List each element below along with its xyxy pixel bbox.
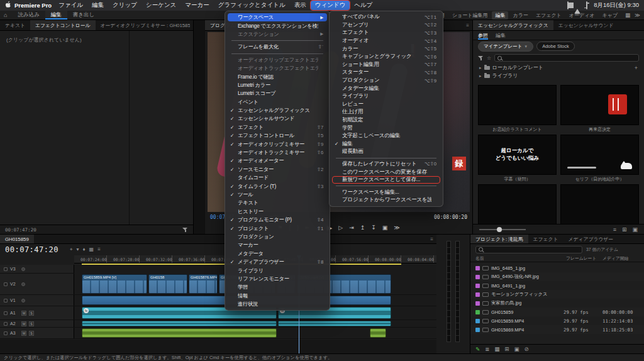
- track-header-a2[interactable]: A2 M S: [0, 320, 74, 327]
- workspace-button[interactable]: キャプ: [599, 11, 621, 19]
- menu-item[interactable]: [228, 52, 327, 56]
- panel-menu-icon[interactable]: ≡: [463, 20, 472, 30]
- template-source-button[interactable]: マイテンプレート▼: [478, 42, 533, 52]
- track-header-v2[interactable]: V2: [0, 274, 74, 294]
- marker-icon[interactable]: ♦: [83, 247, 86, 253]
- menu-item[interactable]: Exchange でエクステンションを検索...: [228, 21, 327, 30]
- workspace-button[interactable]: カラー: [509, 11, 531, 19]
- menu-bar-item[interactable]: ファイル: [54, 1, 87, 10]
- 実家前の鳥.jpg[interactable]: 実家前の鳥.jpg: [470, 299, 644, 308]
- new-item-icon[interactable]: ▣: [514, 346, 519, 352]
- menu-item[interactable]: ✓ エッセンシャルサウンド: [228, 114, 327, 123]
- lock-icon[interactable]: [4, 282, 8, 286]
- menu-item[interactable]: オーディオトラックミキサー ⇧6: [228, 148, 327, 157]
- menu-item[interactable]: このワークスペースへの変更を保存: [332, 168, 440, 176]
- menu-item[interactable]: ✓ ツール: [228, 191, 327, 199]
- menu-item[interactable]: メタデータ: [228, 250, 327, 258]
- add-icon[interactable]: +: [635, 65, 638, 71]
- template-search-box[interactable]: [494, 54, 639, 62]
- template-search-input[interactable]: [505, 55, 636, 61]
- menu-item[interactable]: リファレンスモニター: [228, 275, 327, 283]
- template-tree-item[interactable]: ▸ ローカルテンプレート +: [473, 64, 644, 72]
- mute-toggle[interactable]: M: [21, 321, 26, 326]
- menu-item[interactable]: ワークスペースを編集...: [332, 188, 440, 196]
- eg-subtab[interactable]: 編集: [496, 31, 506, 40]
- menu-item[interactable]: 情報: [228, 292, 327, 300]
- music-clip[interactable]: [82, 328, 277, 338]
- menu-item[interactable]: ライブラリ: [228, 266, 327, 274]
- menu-item[interactable]: ✓ プログラムモニター (P) ⇧4: [228, 216, 327, 224]
- column-name[interactable]: 名前: [475, 255, 566, 262]
- template-tree-item[interactable]: ▸ ライブラリ: [473, 72, 644, 80]
- menu-item[interactable]: メタデータ編集: [332, 84, 440, 92]
- workspace-button[interactable]: ショート編集用: [449, 11, 491, 19]
- menu-item[interactable]: ✓ プロジェクト ⇧1: [228, 224, 327, 232]
- home-icon[interactable]: ⌂: [4, 12, 7, 18]
- project-search-box[interactable]: [475, 246, 582, 253]
- track-output-toggle-icon[interactable]: [21, 299, 25, 303]
- template-thumbnail[interactable]: [560, 184, 639, 224]
- panel-tab[interactable]: エフェクト: [528, 235, 564, 243]
- menu-item[interactable]: 仕上げ用: [332, 108, 440, 116]
- thumbnail-size-slider[interactable]: [479, 229, 526, 230]
- mute-toggle[interactable]: M: [21, 331, 26, 336]
- template-tile[interactable]: セリフ（目的地紹介中）: [560, 135, 639, 182]
- template-tile[interactable]: [560, 184, 639, 224]
- menu-bar-item[interactable]: グラフィックとタイトル: [214, 1, 290, 10]
- button-editor-icon[interactable]: ≫: [394, 225, 399, 231]
- header-tab[interactable]: 編集: [45, 11, 67, 19]
- edit-icon[interactable]: ✎: [475, 346, 480, 352]
- menu-item[interactable]: プロジェクトからワークスペースを読み込み: [332, 196, 440, 204]
- menu-item[interactable]: ✓ オーディオメーター: [228, 157, 327, 165]
- track-output-toggle-icon[interactable]: [21, 267, 25, 271]
- music-clip[interactable]: [370, 328, 386, 338]
- new-bin-icon[interactable]: ⊞: [504, 346, 509, 352]
- menu-item[interactable]: オーディオ ⌥⇧4: [332, 37, 440, 45]
- モーショングラフィックス[interactable]: モーショングラフィックス: [470, 290, 644, 299]
- menu-item[interactable]: エフェクト ⌥⇧3: [332, 29, 440, 37]
- menu-item[interactable]: スターター ⌥⇧8: [332, 69, 440, 77]
- list-view-icon[interactable]: ≣: [485, 346, 489, 352]
- column-framerate[interactable]: フレームレート: [566, 255, 602, 262]
- menu-item[interactable]: アセンブリ ⌥⇧2: [332, 21, 440, 30]
- GH015869.MP4[interactable]: GH015869.MP4 29.97 fps 11:18:25:03: [470, 325, 644, 334]
- step-forward-icon[interactable]: ▷: [338, 225, 343, 231]
- filter-icon[interactable]: [478, 55, 484, 61]
- menu-item[interactable]: ✓ タイムライン (T) ⇧3: [228, 182, 327, 190]
- snap-icon[interactable]: ⌖: [70, 247, 73, 253]
- menu-item[interactable]: 初期設定: [332, 116, 440, 125]
- menu-item[interactable]: 縦長動画: [332, 148, 440, 156]
- new-item-icon[interactable]: ⊞: [622, 226, 627, 233]
- column-media-start[interactable]: メディア開始: [602, 255, 639, 262]
- template-tile[interactable]: 再来店決定: [560, 85, 639, 132]
- menu-item[interactable]: すべてのパネル ⌥⇧1: [332, 13, 440, 21]
- workspace-button[interactable]: エフェクト: [533, 11, 565, 19]
- menu-item[interactable]: ✓ 編集: [332, 140, 440, 148]
- menu-item[interactable]: [228, 38, 327, 43]
- export-frame-icon[interactable]: ▣: [382, 225, 388, 231]
- menu-item[interactable]: ✓ メディアブラウザー ⇧8: [228, 258, 327, 266]
- timeline-menu-icon[interactable]: ≡: [97, 247, 101, 253]
- lock-icon[interactable]: [4, 331, 8, 335]
- audio-clip[interactable]: [82, 321, 277, 326]
- template-tile[interactable]: 超ローカルでどうでもいい悩み 字幕（疑問）: [478, 135, 557, 182]
- menu-item[interactable]: ショート編集用 ⌥⇧7: [332, 61, 440, 69]
- menu-item[interactable]: ✓ オーディオクリップミキサー ⇧9: [228, 140, 327, 148]
- sequence-tab[interactable]: GH015859: [0, 235, 34, 243]
- menu-bar-item[interactable]: マーカー: [180, 1, 213, 10]
- audio-clip[interactable]: [278, 321, 391, 326]
- video-clip[interactable]: GH015859.MP4 [V]: [82, 274, 147, 294]
- menu-item[interactable]: [332, 156, 440, 160]
- chevron-right-icon[interactable]: ▸: [479, 74, 482, 79]
- track-lane-a2[interactable]: [74, 320, 436, 327]
- menu-item[interactable]: ✓ エッセンシャルグラフィックス: [228, 106, 327, 114]
- menu-item[interactable]: Frame.io で確認: [228, 72, 327, 81]
- menu-item[interactable]: [332, 184, 440, 188]
- menu-item[interactable]: テキスト: [228, 199, 327, 207]
- menu-item[interactable]: ライブラリ: [332, 92, 440, 101]
- menu-item[interactable]: プロダクション: [228, 233, 327, 241]
- video-clip[interactable]: GH0158: [148, 274, 187, 294]
- template-thumbnail[interactable]: [560, 85, 639, 125]
- thumbnail-view-icon[interactable]: ▦: [494, 346, 499, 352]
- menu-item[interactable]: マーカー: [228, 241, 327, 249]
